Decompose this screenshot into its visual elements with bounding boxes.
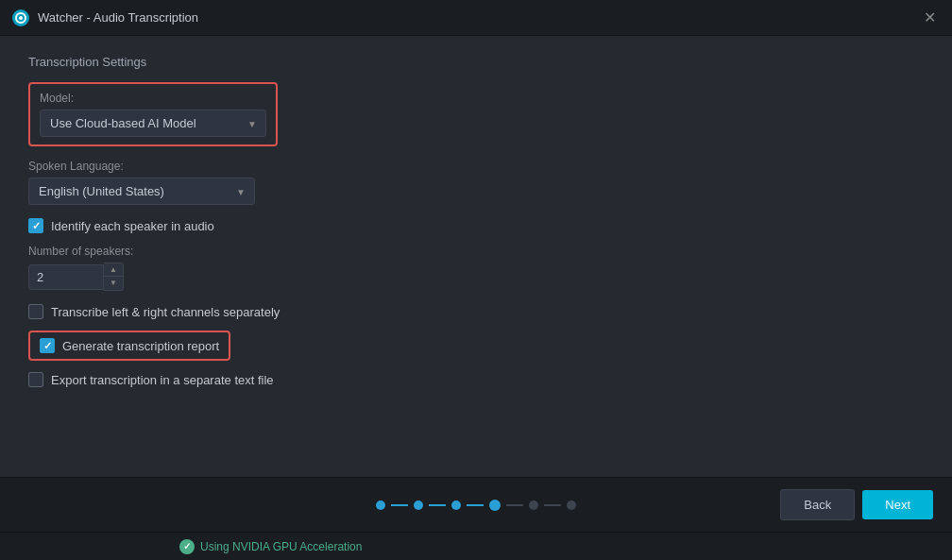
- bottom-bar: Back Next: [0, 477, 952, 532]
- window-title: Watcher - Audio Transcription: [38, 10, 198, 25]
- transcribe-channels-label: Transcribe left & right channels separat…: [51, 305, 280, 319]
- num-speakers-spinner: ▲ ▼: [104, 263, 124, 291]
- language-select[interactable]: English (United States) English (United …: [28, 178, 255, 205]
- export-text-checkbox[interactable]: [28, 372, 43, 387]
- language-select-wrapper: English (United States) English (United …: [28, 178, 255, 205]
- export-text-label: Export transcription in a separate text …: [51, 373, 274, 387]
- step-dot-1: [376, 501, 385, 510]
- gpu-check-icon: [179, 539, 195, 554]
- generate-report-highlight-box: Generate transcription report: [28, 331, 230, 361]
- generate-report-checkbox[interactable]: [40, 338, 55, 353]
- navigation-buttons: Back Next: [780, 489, 933, 520]
- identify-speakers-row: Identify each speaker in audio: [28, 218, 924, 233]
- step-line-2: [429, 504, 446, 506]
- transcribe-channels-checkbox[interactable]: [28, 304, 43, 319]
- svg-point-2: [19, 16, 23, 20]
- gpu-status: Using NVIDIA GPU Acceleration: [179, 539, 362, 554]
- language-field-group: Spoken Language: English (United States)…: [28, 160, 924, 205]
- model-select[interactable]: Use Cloud-based AI Model Use Local AI Mo…: [40, 110, 266, 137]
- step-dot-4: [489, 500, 501, 511]
- main-content: Transcription Settings Model: Use Cloud-…: [0, 36, 952, 477]
- back-button[interactable]: Back: [780, 489, 855, 520]
- step-line-5: [544, 504, 561, 506]
- gpu-status-text: Using NVIDIA GPU Acceleration: [200, 540, 362, 553]
- status-bar: Using NVIDIA GPU Acceleration: [0, 532, 952, 560]
- generate-report-highlighted-wrapper: Generate transcription report: [28, 331, 924, 361]
- transcribe-channels-row: Transcribe left & right channels separat…: [28, 304, 924, 319]
- identify-speakers-label: Identify each speaker in audio: [51, 219, 214, 233]
- next-button[interactable]: Next: [862, 490, 933, 519]
- model-label: Model:: [40, 92, 266, 105]
- title-bar: Watcher - Audio Transcription ✕: [0, 0, 952, 36]
- section-title: Transcription Settings: [28, 55, 924, 69]
- step-dots: [376, 500, 576, 511]
- close-button[interactable]: ✕: [918, 7, 941, 29]
- num-speakers-label: Number of speakers:: [28, 245, 924, 258]
- step-line-1: [391, 504, 408, 506]
- model-select-wrapper: Use Cloud-based AI Model Use Local AI Mo…: [40, 110, 266, 137]
- spinner-up-button[interactable]: ▲: [104, 263, 123, 277]
- app-logo: [11, 8, 30, 27]
- export-text-row: Export transcription in a separate text …: [28, 372, 924, 387]
- num-speakers-input-group: ▲ ▼: [28, 263, 924, 291]
- step-line-4: [506, 504, 523, 506]
- step-line-3: [467, 504, 484, 506]
- step-dot-3: [451, 501, 461, 510]
- language-label: Spoken Language:: [28, 160, 924, 173]
- bottom-bar-inner: Back Next: [19, 489, 933, 520]
- num-speakers-input[interactable]: [28, 264, 104, 290]
- window: Watcher - Audio Transcription ✕ Transcri…: [0, 0, 952, 560]
- step-dot-6: [567, 501, 576, 510]
- model-highlight-box: Model: Use Cloud-based AI Model Use Loca…: [28, 82, 278, 146]
- step-dot-5: [529, 501, 538, 510]
- step-dot-2: [414, 501, 423, 510]
- generate-report-label: Generate transcription report: [62, 339, 219, 353]
- identify-speakers-checkbox[interactable]: [28, 218, 43, 233]
- num-speakers-group: Number of speakers: ▲ ▼: [28, 245, 924, 291]
- spinner-down-button[interactable]: ▼: [104, 277, 123, 290]
